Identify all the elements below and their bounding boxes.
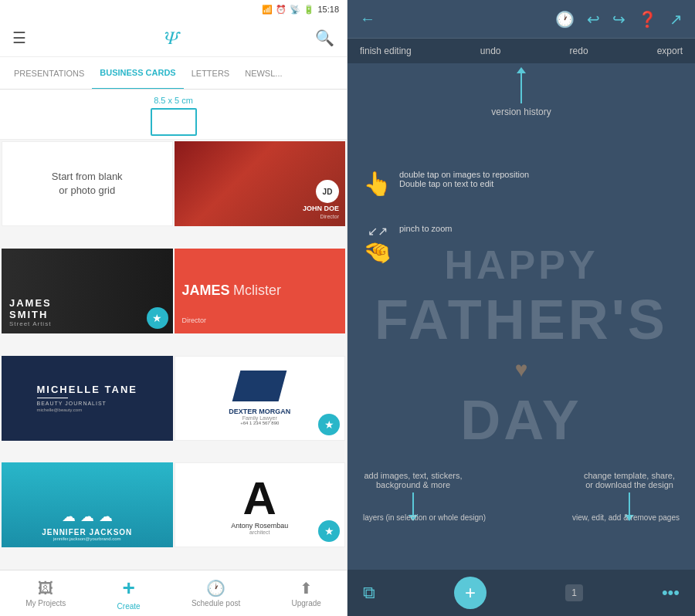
size-box[interactable] — [151, 108, 197, 136]
layers-icon[interactable]: ⧉ — [363, 583, 375, 603]
tap-icon: 👆 — [363, 170, 392, 197]
bottom-nav: 🖼 My Projects + Create 🕐 Schedule post ⬆… — [0, 570, 347, 616]
size-label: 8.5 x 5 cm — [154, 96, 193, 105]
card-james-content: JAMESSMITH Street Artist — [9, 297, 52, 327]
version-history-label: version history — [491, 107, 551, 117]
export-icon[interactable]: ↗ — [670, 10, 683, 29]
nav-schedule[interactable]: 🕐 Schedule post — [192, 579, 240, 608]
finish-editing-label[interactable]: finish editing — [360, 46, 412, 56]
add-hint-text: add images, text, stickers, background &… — [363, 471, 463, 489]
alarm-icon: ⏰ — [276, 5, 286, 15]
top-nav: ☰ 𝛹 🔍 — [0, 19, 347, 57]
schedule-icon: 🕐 — [206, 579, 225, 597]
pages-indicator[interactable]: 1 — [565, 584, 583, 601]
projects-label: My Projects — [25, 599, 66, 608]
version-arrow — [520, 73, 522, 103]
app-logo: 𝛹 — [164, 27, 178, 49]
right-toolbar-icons: 🕐 ↩ ↪ ❓ ↗ — [555, 10, 683, 29]
heart-icon: ♥ — [515, 357, 528, 382]
pinch-hand-icon: 🤏 — [363, 239, 392, 266]
clouds: ☁ ☁ ☁ — [62, 508, 113, 525]
card-michelle-content: MICHELLE TANE BEAUTY JOURNALIST michelle… — [37, 384, 137, 412]
jennifer-name: JENNIFER JACKSON — [42, 528, 132, 536]
card-text-happy: HAPPY — [444, 242, 598, 288]
menu-icon[interactable]: ☰ — [12, 29, 26, 47]
hint-pinch: ↙↗ 🤏 pinch to zoom — [363, 224, 452, 266]
bottom-hints: add images, text, stickers, background &… — [348, 471, 695, 516]
upgrade-label: Upgrade — [292, 599, 321, 608]
jennifer-sub: jennifer.jackson@yourbrand.com — [53, 536, 120, 541]
template-car[interactable]: JD JOHN DOEDirector — [175, 141, 346, 226]
signal-icon: 📶 — [262, 5, 273, 15]
canvas-area[interactable]: HAPPY FATHER'S ♥ DAY 👆 double tap on ima… — [348, 124, 695, 570]
time-display: 15:18 — [317, 5, 339, 14]
tab-presentations[interactable]: PRESENTATIONS — [6, 57, 92, 90]
redo-icon[interactable]: ↪ — [612, 10, 626, 29]
status-icons: 📶 ⏰ 📡 🔋 15:18 — [262, 5, 339, 15]
template-grid: Start from blankor photo grid JD JOHN DO… — [0, 140, 347, 570]
nav-upgrade[interactable]: ⬆ Upgrade — [292, 579, 321, 608]
help-icon[interactable]: ❓ — [638, 10, 657, 29]
pinch-hint-text: pinch to zoom — [399, 224, 452, 233]
hint-pages: view, edit, add & remove pages — [572, 513, 680, 522]
more-button[interactable]: ••• — [662, 583, 680, 603]
arrows-icon: ↙↗ — [368, 224, 388, 239]
tab-bar: PRESENTATIONS BUSINESS CARDS LETTERS NEW… — [0, 57, 347, 90]
hint-layers: layers (in selection or whole design) — [363, 513, 486, 522]
pinch-icon-wrapper: ↙↗ 🤏 — [363, 224, 392, 266]
hint-change: change template, share, or download the … — [579, 471, 680, 516]
add-button[interactable]: + — [454, 577, 486, 609]
card-text-day: DAY — [460, 388, 581, 452]
template-james[interactable]: JAMESSMITH Street Artist ★ — [2, 249, 173, 333]
version-history-area: version history — [348, 63, 695, 124]
status-bar: 📶 ⏰ 📡 🔋 15:18 — [0, 0, 347, 19]
tab-newsletters[interactable]: NEWSL... — [237, 57, 290, 90]
back-button[interactable]: ← — [360, 10, 375, 28]
card-car-name: JOHN DOEDirector — [303, 205, 339, 220]
version-history-icon[interactable]: 🕐 — [555, 10, 575, 29]
nav-create[interactable]: + Create — [117, 576, 141, 611]
right-panel: ← 🕐 ↩ ↪ ❓ ↗ finish editing undo redo exp… — [348, 0, 695, 616]
card-text-fathers: FATHER'S — [375, 288, 668, 351]
size-selector[interactable]: 8.5 x 5 cm — [0, 90, 347, 140]
star-badge-2: ★ — [318, 414, 340, 435]
right-bottom-bar: ⧉ + 1 ••• — [348, 570, 695, 616]
battery-icon: 🔋 — [303, 5, 314, 15]
template-antony[interactable]: A Antony Rosembau architect ★ — [175, 462, 346, 547]
undo-label[interactable]: undo — [480, 46, 501, 56]
star-badge-3: ★ — [318, 520, 340, 542]
left-panel: 📶 ⏰ 📡 🔋 15:18 ☰ 𝛹 🔍 PRESENTATIONS BUSINE… — [0, 0, 348, 616]
create-label: Create — [117, 602, 141, 611]
blank-card-text: Start from blankor photo grid — [52, 170, 123, 198]
projects-icon: 🖼 — [38, 580, 53, 597]
card-car-logo: JD — [316, 180, 339, 203]
right-top-bar: ← 🕐 ↩ ↪ ❓ ↗ — [348, 0, 695, 39]
template-michelle[interactable]: MICHELLE TANE BEAUTY JOURNALIST michelle… — [2, 356, 173, 441]
export-label[interactable]: export — [657, 46, 683, 56]
template-dexter[interactable]: DEXTER MORGAN Family Lawyer +64 1 234 56… — [175, 356, 346, 441]
card-car-content: JD JOHN DOEDirector — [175, 141, 346, 226]
schedule-label: Schedule post — [192, 599, 240, 608]
upgrade-icon: ⬆ — [300, 579, 313, 597]
star-badge: ★ — [147, 307, 168, 329]
tab-business-cards[interactable]: BUSINESS CARDS — [92, 57, 183, 90]
card-antony-content: A Antony Rosembau architect — [231, 476, 288, 535]
template-red[interactable]: JAMES Mclister Director — [175, 249, 346, 333]
tap-hint-text: double tap on images to reposition Doubl… — [399, 170, 529, 188]
search-icon[interactable]: 🔍 — [315, 29, 334, 47]
template-jennifer[interactable]: ☁ ☁ ☁ JENNIFER JACKSON jennifer.jackson@… — [2, 462, 173, 547]
redo-label[interactable]: redo — [570, 46, 588, 56]
hint-double-tap: 👆 double tap on images to reposition Dou… — [363, 170, 529, 197]
tab-letters[interactable]: LETTERS — [184, 57, 238, 90]
wifi-icon: 📡 — [290, 5, 300, 15]
add-arrow — [412, 492, 414, 516]
pages-count: 1 — [571, 587, 577, 598]
change-arrow — [629, 492, 630, 516]
undo-icon[interactable]: ↩ — [587, 10, 600, 29]
hint-add: add images, text, stickers, background &… — [363, 471, 463, 516]
change-hint-text: change template, share, or download the … — [579, 471, 680, 489]
right-label-bar: finish editing undo redo export — [348, 39, 695, 63]
card-red-text: JAMES Mclister Director — [182, 283, 281, 299]
blank-template[interactable]: Start from blankor photo grid — [2, 141, 173, 226]
nav-my-projects[interactable]: 🖼 My Projects — [25, 580, 66, 608]
